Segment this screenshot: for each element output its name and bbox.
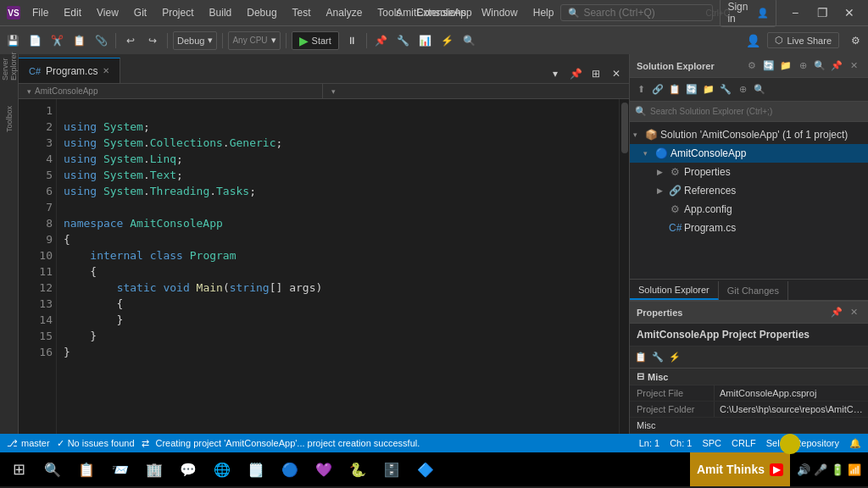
se-tool-1[interactable]: ⬆ (633, 82, 648, 97)
taskbar-purple2[interactable]: 🔷 (410, 454, 441, 485)
se-btn-4[interactable]: ⊕ (795, 58, 810, 74)
se-references[interactable]: ▶ 🔗 References (630, 181, 868, 200)
se-project[interactable]: ▾ 🔵 AmitConsoleApp (630, 144, 868, 163)
toolbar-btn-3[interactable]: ✂️ (47, 31, 66, 50)
tab-close-all-button[interactable]: ✕ (607, 64, 626, 83)
tab-solution-explorer[interactable]: Solution Explorer (630, 281, 719, 300)
taskbar-vscode[interactable]: 🔵 (275, 454, 305, 485)
menu-window[interactable]: Window (475, 5, 525, 20)
menu-test[interactable]: Test (286, 5, 318, 20)
code-editor[interactable]: using System; using System.Collections.G… (57, 99, 619, 434)
toolbar-btn-4[interactable]: 📋 (70, 31, 88, 50)
editor-nav-left[interactable]: ▾ AmitConsoleApp (22, 84, 323, 98)
notification-icon[interactable]: 🔔 (849, 438, 861, 449)
platform-dropdown[interactable]: Any CPU ▾ (228, 31, 280, 50)
wifi-icon[interactable]: 📶 (848, 463, 861, 476)
se-pin-button[interactable]: 📌 (829, 58, 844, 74)
toolbar-extra-5[interactable]: 🔍 (460, 31, 479, 50)
taskbar-search[interactable]: 🔍 (37, 454, 68, 485)
minimize-button[interactable]: − (783, 4, 807, 21)
se-search-input[interactable] (650, 107, 863, 116)
taskbar-mail[interactable]: 📨 (105, 454, 136, 485)
se-tool-5[interactable]: 📁 (701, 82, 716, 97)
debug-config-dropdown[interactable]: Debug ▾ (173, 31, 217, 50)
se-properties[interactable]: ▶ ⚙ Properties (630, 163, 868, 181)
se-tool-7[interactable]: ⊕ (735, 82, 750, 97)
select-repo-button[interactable]: Select Repository (766, 438, 839, 449)
se-btn-1[interactable]: ⚙ (744, 58, 760, 74)
props-tool-2[interactable]: 🔧 (650, 350, 665, 365)
tab-git-changes[interactable]: Git Changes (719, 281, 788, 300)
taskbar-teams[interactable]: 💬 (173, 454, 203, 485)
settings-button[interactable]: ⚙ (846, 31, 865, 50)
se-tool-8[interactable]: 🔍 (752, 82, 767, 97)
source-control-icon[interactable]: ⇄ (142, 438, 149, 449)
menu-build[interactable]: Build (203, 5, 239, 20)
menu-project[interactable]: Project (155, 5, 200, 20)
sidebar-toolbox[interactable]: Toolbox (1, 110, 18, 127)
menu-debug[interactable]: Debug (240, 5, 283, 20)
close-button[interactable]: ✕ (837, 4, 861, 21)
battery-icon[interactable]: 🔋 (831, 463, 844, 476)
pause-button[interactable]: ⏸ (342, 31, 361, 50)
taskbar-notepad[interactable]: 🗒️ (241, 454, 271, 485)
global-search[interactable]: 🔍 Ctrl+Q (560, 4, 713, 21)
restore-button[interactable]: ❐ (810, 4, 834, 21)
menu-edit[interactable]: Edit (57, 5, 88, 20)
menu-file[interactable]: File (25, 5, 55, 20)
search-input[interactable] (583, 7, 702, 19)
props-tool-1[interactable]: 📋 (633, 350, 648, 365)
mic-icon[interactable]: 🎤 (814, 463, 827, 476)
menu-analyze[interactable]: Analyze (320, 5, 370, 20)
taskbar-terminal[interactable]: 💜 (309, 454, 339, 485)
amit-thinks-button[interactable]: Amit Thinks ▶ (690, 452, 790, 486)
se-tool-4[interactable]: 🔄 (684, 82, 699, 97)
tab-split-button[interactable]: ⊞ (587, 64, 605, 83)
taskbar-python[interactable]: 🐍 (342, 454, 373, 485)
menu-git[interactable]: Git (127, 5, 153, 20)
tab-pin-button[interactable]: 📌 (566, 64, 585, 83)
toolbar-extra-2[interactable]: 🔧 (394, 31, 413, 50)
scrollbar-thumb[interactable] (621, 103, 628, 153)
se-btn-2[interactable]: 🔄 (761, 58, 776, 74)
se-app-config[interactable]: ▶ ⚙ App.config (630, 200, 868, 219)
toolbar-extra-3[interactable]: 📊 (416, 31, 435, 50)
props-pin-button[interactable]: 📌 (829, 305, 844, 320)
toolbar-extra-4[interactable]: ⚡ (438, 31, 457, 50)
toolbar-btn-2[interactable]: 📄 (25, 31, 44, 50)
redo-button[interactable]: ↪ (143, 31, 162, 50)
tab-close-button[interactable]: ✕ (103, 66, 109, 75)
live-share-button[interactable]: ⬡ Live Share (767, 32, 839, 48)
git-branch-area[interactable]: ⎇ master (7, 438, 50, 449)
toolbar-extra-1[interactable]: 📌 (372, 31, 391, 50)
taskbar-edge[interactable]: 🌐 (207, 454, 237, 485)
se-tool-2[interactable]: 🔗 (650, 82, 665, 97)
se-program-cs[interactable]: ▶ C# Program.cs (630, 219, 868, 237)
volume-icon[interactable]: 🔊 (797, 463, 810, 476)
run-button[interactable]: ▶ Start (292, 31, 339, 50)
se-search-bar[interactable]: 🔍 (630, 102, 868, 122)
tab-program-cs[interactable]: C# Program.cs ✕ (19, 58, 120, 83)
se-tool-6[interactable]: 🔧 (718, 82, 733, 97)
sidebar-server-explorer[interactable]: Server Explorer (1, 58, 18, 75)
props-close-button[interactable]: ✕ (846, 305, 861, 320)
taskbar-taskview[interactable]: 📋 (71, 454, 102, 485)
se-btn-5[interactable]: 🔍 (812, 58, 827, 74)
editor-nav-right[interactable]: ▾ (326, 84, 626, 98)
props-tool-3[interactable]: ⚡ (667, 350, 682, 365)
se-btn-3[interactable]: 📁 (778, 58, 793, 74)
se-close-button[interactable]: ✕ (846, 58, 861, 74)
taskbar-db[interactable]: 🗄️ (376, 454, 407, 485)
error-status[interactable]: ✓ No issues found (57, 438, 135, 449)
menu-help[interactable]: Help (526, 5, 561, 20)
se-solution-root[interactable]: ▾ 📦 Solution 'AmitConsoleApp' (1 of 1 pr… (630, 125, 868, 144)
undo-button[interactable]: ↩ (121, 31, 140, 50)
toolbar-btn-1[interactable]: 💾 (3, 31, 22, 50)
sign-in-button[interactable]: Sign in 👤 (720, 0, 776, 27)
tab-list-button[interactable]: ▾ (546, 64, 565, 83)
toolbar-btn-5[interactable]: 📎 (92, 31, 110, 50)
editor-scrollbar[interactable] (619, 99, 629, 434)
se-tool-3[interactable]: 📋 (667, 82, 682, 97)
taskbar-store[interactable]: 🏢 (139, 454, 170, 485)
start-button[interactable]: ⊞ (3, 454, 34, 485)
